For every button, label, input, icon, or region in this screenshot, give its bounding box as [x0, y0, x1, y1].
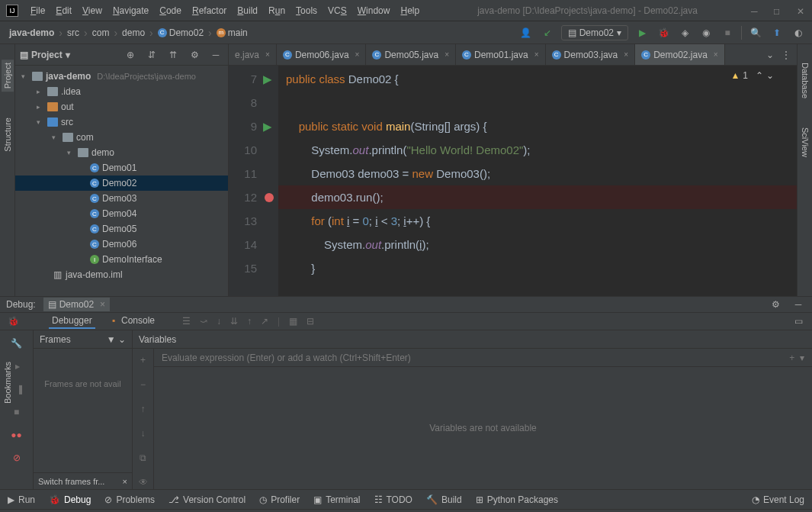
close-icon[interactable]: ×	[714, 50, 718, 59]
force-step-into-icon[interactable]: ⇊	[230, 316, 238, 327]
hide-icon[interactable]: ─	[791, 297, 806, 312]
line-number[interactable]: 15	[232, 256, 257, 280]
menu-vcs[interactable]: VCS	[323, 4, 351, 18]
gear-icon[interactable]: ⚙	[187, 47, 202, 63]
step-over-icon[interactable]: ⤻	[200, 316, 207, 327]
chevron-down-icon[interactable]: ⌄	[766, 70, 774, 81]
tree-class[interactable]: CDemo03	[15, 191, 228, 206]
tab-debugger[interactable]: Debugger	[49, 314, 95, 329]
tool-profiler[interactable]: ◷Profiler	[259, 494, 300, 505]
expand-all-icon[interactable]: ⇵	[144, 47, 159, 63]
line-number[interactable]: 12	[232, 185, 257, 209]
tree-class[interactable]: CDemo01	[15, 160, 228, 175]
tool-eventlog[interactable]: ◔Event Log	[752, 494, 804, 505]
frames-footer[interactable]: Switch frames fr...×	[34, 472, 132, 489]
code-line[interactable]: demo03.run();	[278, 185, 797, 209]
crumb-class[interactable]: CDemo02	[155, 26, 207, 40]
crumb-com[interactable]: com	[89, 26, 113, 40]
evaluate-icon[interactable]: ▦	[289, 316, 297, 327]
menu-tools[interactable]: Tools	[291, 4, 322, 18]
code-line[interactable]: }	[286, 256, 789, 280]
tree-class[interactable]: CDemo06	[15, 237, 228, 252]
more-icon[interactable]: ⋮	[782, 50, 791, 60]
hide-icon[interactable]: ─	[208, 47, 223, 63]
chevron-down-icon[interactable]: ⌄	[118, 334, 126, 345]
run-gutter-icon[interactable]: ▶	[263, 67, 272, 91]
run-config-selector[interactable]: ▤ Demo02 ▾	[561, 25, 628, 40]
code-line[interactable]: public static void main(String[] args) {	[286, 114, 789, 138]
debug-icon[interactable]: 🐞	[656, 25, 671, 40]
code-line[interactable]: public class Demo02 {	[286, 67, 789, 91]
tree-iml[interactable]: ▥java-demo.iml	[15, 267, 228, 282]
project-tree[interactable]: ▾ java-demo D:\IdeaProjects\java-demo ▸.…	[15, 66, 228, 296]
stop-icon[interactable]: ■	[720, 25, 735, 40]
tree-class[interactable]: CDemo05	[15, 221, 228, 237]
line-number[interactable]: 14	[232, 233, 257, 256]
tool-terminal[interactable]: ▣Terminal	[313, 494, 360, 505]
close-icon[interactable]: ×	[355, 50, 360, 59]
run-gutter-icon[interactable]: ▶	[263, 114, 272, 138]
line-number[interactable]: 10	[232, 138, 257, 162]
tool-todo[interactable]: ☷TODO	[374, 494, 412, 505]
tab-console[interactable]: ▪Console	[106, 314, 161, 329]
tool-run[interactable]: ▶Run	[8, 494, 35, 505]
code-editor[interactable]: 7▶89▶101112131415 public class Demo02 { …	[229, 66, 797, 296]
chevron-up-icon[interactable]: ⌃	[756, 70, 763, 81]
tool-build[interactable]: 🔨Build	[426, 494, 462, 505]
tree-class[interactable]: CDemo04	[15, 206, 228, 221]
tab-structure[interactable]: Structure	[2, 114, 14, 155]
tab-bookmarks[interactable]: Bookmarks	[2, 359, 14, 407]
menu-help[interactable]: Help	[396, 4, 424, 18]
tool-vcs[interactable]: ⎇Version Control	[168, 494, 246, 505]
step-into-icon[interactable]: ↓	[217, 316, 221, 327]
tree-interface[interactable]: IDemoInterface	[15, 252, 228, 267]
menu-code[interactable]: Code	[155, 4, 186, 18]
code-content[interactable]: public class Demo02 { public static void…	[278, 66, 797, 296]
maximize-icon[interactable]: □	[774, 6, 783, 15]
crumb-src[interactable]: src	[64, 26, 82, 40]
add-icon[interactable]: +	[789, 353, 794, 363]
menu-view[interactable]: View	[78, 4, 107, 18]
down-icon[interactable]: ↓	[136, 427, 150, 440]
close-icon[interactable]: ×	[100, 299, 105, 310]
tree-folder-idea[interactable]: ▸.idea	[15, 84, 228, 99]
menu-file[interactable]: File	[26, 4, 50, 18]
tool-python[interactable]: ⊞Python Packages	[476, 494, 558, 505]
minimize-icon[interactable]: ─	[751, 6, 760, 15]
tree-folder-demo[interactable]: ▾demo	[15, 145, 228, 160]
run-icon[interactable]: ▶	[634, 25, 650, 40]
editor-tab[interactable]: CDemo03.java×	[546, 44, 636, 65]
view-breakpoints-icon[interactable]: ●●	[10, 428, 24, 442]
search-icon[interactable]: 🔍	[748, 25, 763, 40]
menu-build[interactable]: Build	[233, 4, 262, 18]
tab-database[interactable]: Database	[799, 60, 811, 101]
tree-folder-src[interactable]: ▾src	[15, 114, 228, 130]
coverage-icon[interactable]: ◈	[677, 25, 692, 40]
code-line[interactable]: System.out.println("Hello World! Demo02"…	[286, 138, 789, 162]
settings-icon[interactable]: 🔧	[10, 337, 24, 350]
close-icon[interactable]: ×	[624, 50, 628, 59]
line-number[interactable]: 13	[232, 209, 257, 233]
show-watches-icon[interactable]: 👁	[136, 475, 150, 489]
tree-class-selected[interactable]: CDemo02	[15, 175, 228, 191]
tree-folder-out[interactable]: ▸out	[15, 99, 228, 114]
editor-tab[interactable]: CDemo05.java×	[366, 44, 456, 65]
editor-tab[interactable]: CDemo06.java×	[277, 44, 367, 65]
menu-refactor[interactable]: Refactor	[188, 4, 231, 18]
bug-icon[interactable]: 🐞	[6, 314, 20, 328]
evaluate-bar[interactable]: Evaluate expression (Enter) or add a wat…	[154, 349, 812, 367]
chevron-down-icon[interactable]: ▾	[800, 353, 804, 363]
crumb-demo[interactable]: demo	[119, 26, 148, 40]
line-number[interactable]: 11	[232, 162, 257, 185]
line-number[interactable]: 8	[232, 91, 257, 114]
ide-settings-icon[interactable]: ◐	[791, 25, 806, 40]
debug-config-tab[interactable]: ▤ Demo02 ×	[43, 298, 110, 311]
tree-root[interactable]: ▾ java-demo D:\IdeaProjects\java-demo	[15, 69, 228, 84]
threads-icon[interactable]: ☰	[182, 316, 191, 327]
tree-folder-com[interactable]: ▾com	[15, 130, 228, 145]
tool-debug[interactable]: 🐞Debug	[49, 494, 91, 505]
breakpoint-icon[interactable]	[265, 193, 274, 202]
menu-edit[interactable]: Edit	[51, 4, 76, 18]
code-line[interactable]: for (int i = 0; i < 3; i++) {	[286, 209, 789, 233]
collapse-all-icon[interactable]: ⇈	[165, 47, 181, 63]
